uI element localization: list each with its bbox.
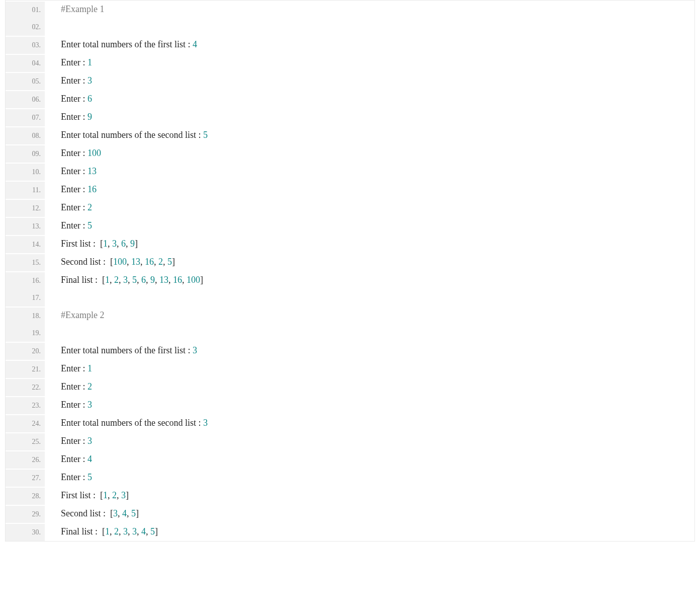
token-comment: #Example 2 — [61, 310, 104, 320]
token-num: 2 — [158, 257, 163, 267]
line-number: 26. — [6, 451, 45, 469]
code-line: 25.Enter : 3 — [6, 432, 694, 450]
code-content: Enter : 5 — [45, 217, 694, 234]
code-line: 13.Enter : 5 — [6, 217, 694, 235]
line-number: 12. — [6, 200, 45, 217]
line-number: 15. — [6, 254, 45, 271]
token-num: 9 — [130, 239, 135, 249]
code-line: 09.Enter : 100 — [6, 144, 694, 163]
token-text: ] — [135, 239, 138, 249]
line-number: 25. — [6, 433, 45, 450]
token-num: 3 — [88, 400, 92, 410]
token-num: 1 — [88, 57, 92, 67]
code-line: 27.Enter : 5 — [6, 469, 694, 487]
token-text: , — [128, 275, 132, 285]
token-num: 5 — [131, 508, 136, 518]
token-text: Enter : — [61, 436, 88, 446]
code-line: 20.Enter total numbers of the first list… — [6, 342, 694, 360]
token-text: Enter : — [61, 184, 88, 194]
token-text: , — [163, 257, 167, 267]
line-number: 27. — [6, 470, 45, 487]
code-content: Enter : 6 — [45, 90, 694, 107]
token-num: 2 — [112, 490, 117, 500]
token-num: 5 — [132, 275, 137, 285]
token-text: , — [146, 275, 150, 285]
code-line: 01.#Example 1 — [6, 1, 694, 19]
token-num: 6 — [121, 239, 126, 249]
token-text: , — [154, 257, 158, 267]
token-num: 3 — [193, 345, 197, 355]
code-content: First list : [1, 3, 6, 9] — [45, 235, 694, 252]
token-text: , — [117, 239, 121, 249]
line-number: 16. — [6, 272, 45, 289]
code-line: 12.Enter : 2 — [6, 199, 694, 217]
code-line: 03.Enter total numbers of the first list… — [6, 36, 694, 54]
token-text: Final list : [ — [61, 275, 105, 285]
token-text: Enter : — [61, 454, 88, 464]
line-number: 24. — [6, 415, 45, 432]
line-number: 08. — [6, 127, 45, 144]
token-num: 3 — [121, 490, 126, 500]
code-line: 15.Second list : [100, 13, 16, 2, 5] — [6, 253, 694, 271]
token-text: , — [155, 275, 159, 285]
line-number: 20. — [6, 343, 45, 360]
line-number: 13. — [6, 218, 45, 235]
token-text: Enter : — [61, 166, 88, 176]
token-text: , — [182, 275, 187, 285]
line-number: 18. — [6, 308, 45, 325]
token-num: 4 — [122, 508, 127, 518]
token-num: 5 — [88, 472, 92, 482]
token-text: Enter total numbers of the first list : — [61, 345, 193, 355]
token-text: Enter total numbers of the second list : — [61, 418, 203, 428]
code-line: 06.Enter : 6 — [6, 90, 694, 108]
token-text: First list : [ — [61, 239, 103, 249]
token-num: 6 — [88, 94, 92, 104]
token-text: Enter : — [61, 112, 88, 122]
code-content: Enter : 4 — [45, 450, 694, 468]
token-text: , — [146, 526, 150, 536]
code-line: 16.Final list : [1, 2, 3, 5, 6, 9, 13, 1… — [6, 271, 694, 289]
code-line: 23.Enter : 3 — [6, 396, 694, 414]
token-text: , — [168, 275, 173, 285]
line-number: 03. — [6, 37, 45, 54]
token-num: 16 — [88, 184, 97, 194]
line-number: 11. — [6, 182, 45, 199]
token-text: Second list : [ — [61, 508, 113, 518]
token-num: 6 — [141, 275, 146, 285]
token-num: 100 — [187, 275, 200, 285]
token-text: , — [137, 275, 141, 285]
token-text: Enter : — [61, 57, 88, 67]
token-num: 13 — [131, 257, 140, 267]
token-text: ] — [126, 490, 129, 500]
code-content: Enter total numbers of the first list : … — [45, 36, 694, 53]
token-text: , — [118, 508, 122, 518]
token-num: 2 — [114, 275, 119, 285]
code-line: 21.Enter : 1 — [6, 360, 694, 378]
token-num: 3 — [123, 275, 128, 285]
token-num: 13 — [159, 275, 168, 285]
code-line: 29.Second list : [3, 4, 5] — [6, 505, 694, 523]
token-text: Enter : — [61, 400, 88, 410]
code-line: 11.Enter : 16 — [6, 181, 694, 199]
token-num: 2 — [114, 526, 119, 536]
code-line: 02. — [6, 19, 694, 36]
code-line: 24.Enter total numbers of the second lis… — [6, 414, 694, 432]
token-text: , — [127, 508, 131, 518]
code-content: Final list : [1, 2, 3, 5, 6, 9, 13, 16, … — [45, 271, 694, 288]
line-number: 02. — [6, 19, 45, 36]
token-num: 3 — [113, 508, 118, 518]
token-num: 4 — [193, 39, 197, 49]
code-line: 22.Enter : 2 — [6, 378, 694, 396]
token-num: 3 — [123, 526, 128, 536]
token-num: 9 — [88, 112, 92, 122]
token-text: Enter : — [61, 381, 88, 392]
code-content: Enter total numbers of the second list :… — [45, 414, 694, 431]
token-num: 16 — [145, 257, 154, 267]
code-content: #Example 1 — [45, 1, 694, 18]
token-num: 1 — [103, 239, 108, 249]
token-num: 4 — [88, 454, 92, 464]
token-text: Final list : [ — [61, 526, 105, 536]
token-comment: #Example 1 — [61, 4, 104, 14]
code-content: Enter : 3 — [45, 396, 694, 413]
line-number: 21. — [6, 361, 45, 378]
